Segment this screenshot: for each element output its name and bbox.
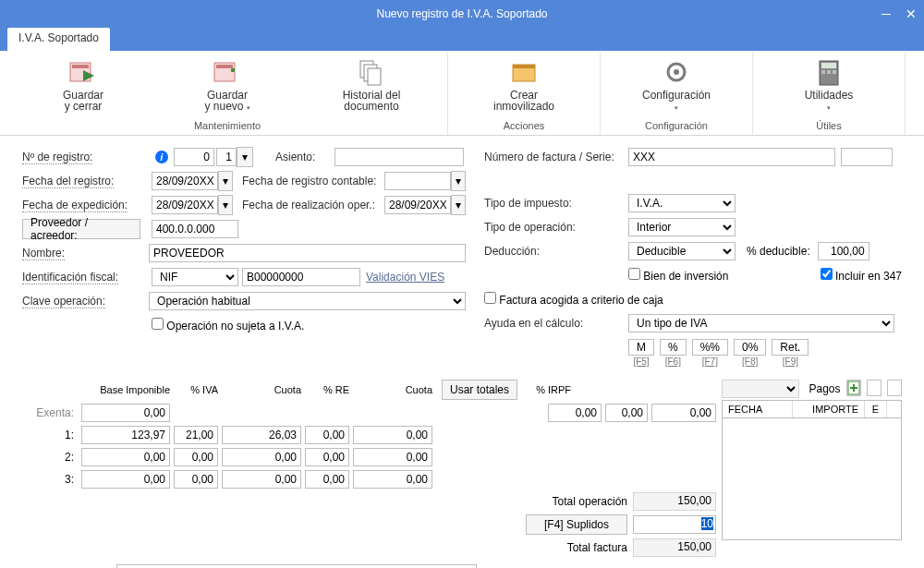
numreg-input-1[interactable]	[174, 148, 214, 166]
fecha-real-picker[interactable]: ▾	[451, 195, 466, 215]
tipoop-label: Tipo de operación:	[484, 221, 628, 234]
svg-rect-1	[72, 65, 89, 68]
row-3-cuota2[interactable]	[353, 470, 432, 489]
row-3-cuota[interactable]	[222, 470, 301, 489]
row-2-label: 2:	[22, 451, 78, 464]
minimize-icon[interactable]: ─	[881, 6, 891, 21]
tipoimp-label: Tipo de impuesto:	[484, 197, 628, 210]
clave-select[interactable]: Operación habitual	[149, 292, 466, 310]
hdr-base: Base Imponible	[81, 384, 170, 395]
aid-0%[interactable]: 0%	[734, 339, 766, 356]
idfiscal-select[interactable]: NIF	[152, 268, 238, 286]
save-new-icon	[212, 56, 243, 88]
chevron-down-icon: ▾	[827, 104, 831, 111]
fecha-reg-input[interactable]	[152, 172, 218, 190]
deduc-select[interactable]: Deducible	[628, 242, 736, 260]
numfac-input[interactable]	[628, 148, 835, 166]
close-icon[interactable]: ✕	[906, 6, 917, 21]
suplidos-button[interactable]: [F4] Suplidos	[526, 514, 627, 535]
aid-Ret.[interactable]: Ret.	[772, 339, 808, 356]
nombre-input[interactable]	[149, 244, 466, 262]
fecha-cont-picker[interactable]: ▾	[451, 171, 466, 191]
nombre-label: Nombre:	[22, 247, 65, 260]
row-3-pre[interactable]	[305, 470, 349, 489]
in347-checkbox[interactable]: Incluir en 347	[821, 268, 902, 283]
svg-rect-8	[513, 65, 535, 68]
row-1-cuota2[interactable]	[353, 426, 432, 444]
serie-input[interactable]	[841, 148, 893, 166]
proveedor-button[interactable]: Proveedor / acreedor:	[22, 219, 140, 239]
vies-link[interactable]: Validación VIES	[366, 271, 444, 284]
group-utiles-label: Útiles	[759, 118, 899, 133]
proveedor-input[interactable]	[152, 220, 238, 238]
crear-inmov-button[interactable]: Crearinmovilizado	[454, 54, 594, 118]
deduc-label: Deducción:	[484, 245, 628, 258]
no-sujeta-checkbox[interactable]: Operación no sujeta a I.V.A.	[152, 318, 304, 332]
numreg-dropdown[interactable]: ▾	[237, 147, 253, 167]
row-2-cuota2[interactable]	[353, 448, 432, 466]
info-icon[interactable]: i	[155, 151, 168, 163]
file-icon-2[interactable]	[887, 380, 902, 396]
bien-checkbox[interactable]: Bien de inversión	[628, 268, 728, 283]
pct-deduc-label: % deducible:	[747, 245, 810, 258]
suplidos-input[interactable]: 10	[633, 515, 716, 534]
tipoimp-select[interactable]: I.V.A.	[628, 194, 736, 212]
hdr-piva: % IVA	[174, 384, 218, 395]
aid-M[interactable]: M	[628, 339, 654, 356]
exenta-input	[81, 404, 170, 422]
tipoop-select[interactable]: Interior	[628, 218, 736, 236]
svg-rect-3	[216, 65, 233, 68]
ayuda-select[interactable]: Un tipo de IVA	[628, 314, 894, 332]
row-2-base[interactable]	[81, 448, 170, 466]
row-3-base[interactable]	[81, 470, 170, 489]
exenta-label: Exenta:	[22, 406, 78, 419]
row-2-piva[interactable]	[174, 448, 218, 466]
row-2-cuota[interactable]	[222, 448, 301, 466]
config-button[interactable]: Configuración▾	[606, 54, 747, 118]
row-3-piva[interactable]	[174, 470, 218, 489]
fecha-cont-input[interactable]	[384, 172, 451, 190]
row-1-base[interactable]	[81, 426, 170, 444]
row-1-cuota[interactable]	[222, 426, 301, 444]
obs-textarea[interactable]	[116, 564, 477, 568]
history-icon	[356, 56, 387, 88]
row-3-label: 3:	[22, 473, 78, 486]
totfac-label: Total factura	[526, 541, 627, 554]
hdr-pre: % RE	[305, 384, 349, 395]
fecha-exp-input[interactable]	[152, 196, 218, 214]
titlebar: Nuevo registro de I.V.A. Soportado ─ ✕	[0, 0, 924, 28]
aid-%[interactable]: %	[660, 339, 687, 356]
pg-importe: IMPORTE	[793, 401, 865, 417]
util-button[interactable]: Utilidades▾	[759, 54, 899, 118]
pct-deduc-input[interactable]	[818, 242, 869, 260]
numreg-input-2[interactable]	[216, 148, 237, 166]
totop-label: Total operación	[526, 495, 627, 508]
pagos-label: Pagos	[808, 382, 840, 395]
fecha-real-input[interactable]	[384, 196, 451, 214]
file-icon-1[interactable]	[867, 380, 881, 396]
history-button[interactable]: Historial deldocumento	[301, 54, 442, 118]
usar-totales-button[interactable]: Usar totales	[442, 380, 517, 400]
tab-iva-soportado[interactable]: I.V.A. Soportado	[7, 28, 110, 51]
chevron-down-icon: ▾	[675, 104, 678, 111]
save-new-button[interactable]: Guardary nuevo ▾	[157, 54, 298, 118]
fecha-exp-label: Fecha de expedición:	[22, 199, 128, 212]
row-1-pre[interactable]	[305, 426, 349, 444]
row-1-piva[interactable]	[174, 426, 218, 444]
svg-rect-6	[368, 68, 381, 85]
file-add-icon[interactable]	[846, 380, 861, 396]
svg-rect-13	[821, 70, 825, 74]
factcaja-checkbox[interactable]: Factura acogida a criterio de caja	[484, 292, 663, 307]
pagos-filter[interactable]	[722, 380, 799, 398]
calculator-icon	[813, 56, 845, 88]
group-mantenimiento-label: Mantenimiento	[13, 118, 442, 133]
irpf-3	[651, 404, 716, 422]
fecha-reg-picker[interactable]: ▾	[218, 171, 233, 191]
irpf-2	[605, 404, 648, 422]
idfiscal-input[interactable]	[242, 268, 360, 286]
fecha-exp-picker[interactable]: ▾	[218, 195, 233, 215]
save-close-button[interactable]: Guardary cerrar	[13, 54, 153, 118]
row-2-pre[interactable]	[305, 448, 349, 466]
aid-%%[interactable]: %%	[692, 339, 728, 356]
fecha-cont-label: Fecha de registro contable:	[242, 175, 384, 187]
